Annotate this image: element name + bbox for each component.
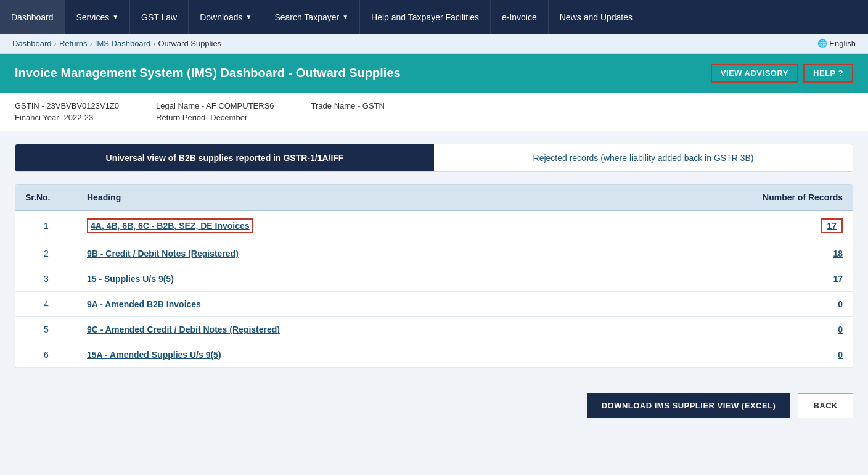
- chevron-down-icon: ▼: [342, 14, 348, 20]
- cell-records: 18: [729, 241, 853, 266]
- heading-link[interactable]: 4A, 4B, 6B, 6C - B2B, SEZ, DE Invoices: [87, 218, 253, 233]
- cell-records: 17: [729, 266, 853, 292]
- page-header: Invoice Management System (IMS) Dashboar…: [0, 54, 868, 93]
- cell-heading: 15A - Amended Supplies U/s 9(5): [77, 342, 729, 368]
- breadcrumb-returns[interactable]: Returns: [59, 39, 88, 48]
- cell-heading: 9A - Amended B2B Invoices: [77, 292, 729, 317]
- records-link[interactable]: 0: [838, 350, 843, 360]
- table-container: Sr.No. Heading Number of Records 14A, 4B…: [15, 184, 853, 368]
- nav-downloads[interactable]: Downloads ▼: [189, 0, 263, 34]
- table-header-row: Sr.No. Heading Number of Records: [15, 185, 853, 210]
- cell-records: 0: [729, 292, 853, 317]
- cell-srno: 6: [15, 342, 77, 368]
- breadcrumb-ims[interactable]: IMS Dashboard: [95, 39, 150, 48]
- return-period-label: Return Period -December: [156, 113, 274, 122]
- navbar: Dashboard Services ▼ GST Law Downloads ▼…: [0, 0, 868, 34]
- help-button[interactable]: HELP ?: [803, 64, 853, 83]
- header-buttons: VIEW ADVISORY HELP ?: [711, 64, 853, 83]
- records-link[interactable]: 17: [821, 218, 843, 233]
- col-heading: Heading: [77, 185, 729, 210]
- cell-heading: 4A, 4B, 6B, 6C - B2B, SEZ, DE Invoices: [77, 210, 729, 241]
- info-row: GSTIN - 23VBVBV0123V1Z0 Financi Year -20…: [0, 93, 868, 131]
- financial-year-label: Financi Year -2022-23: [15, 113, 119, 122]
- table-row: 29B - Credit / Debit Notes (Registered)1…: [15, 241, 853, 266]
- table-row: 615A - Amended Supplies U/s 9(5)0: [15, 342, 853, 368]
- info-gstin-block: GSTIN - 23VBVBV0123V1Z0 Financi Year -20…: [15, 101, 119, 122]
- heading-link[interactable]: 15A - Amended Supplies U/s 9(5): [87, 350, 221, 360]
- breadcrumb-sep-2: ›: [89, 39, 92, 48]
- back-button[interactable]: BACK: [798, 393, 853, 418]
- table-row: 59C - Amended Credit / Debit Notes (Regi…: [15, 317, 853, 342]
- table-row: 315 - Supplies U/s 9(5)17: [15, 266, 853, 292]
- legal-name-label: Legal Name - AF COMPUTERS6: [156, 101, 274, 110]
- breadcrumb-dashboard[interactable]: Dashboard: [12, 39, 52, 48]
- breadcrumb: Dashboard › Returns › IMS Dashboard › Ou…: [12, 39, 221, 48]
- view-advisory-button[interactable]: VIEW ADVISORY: [711, 64, 798, 83]
- cell-srno: 3: [15, 266, 77, 292]
- nav-help[interactable]: Help and Taxpayer Facilities: [360, 0, 491, 34]
- nav-news[interactable]: News and Updates: [549, 0, 644, 34]
- gstin-label: GSTIN - 23VBVBV0123V1Z0: [15, 101, 119, 110]
- cell-heading: 9C - Amended Credit / Debit Notes (Regis…: [77, 317, 729, 342]
- cell-srno: 4: [15, 292, 77, 317]
- heading-link[interactable]: 9B - Credit / Debit Notes (Registered): [87, 249, 239, 258]
- tab-universal[interactable]: Universal view of B2B supplies reported …: [15, 144, 434, 171]
- cell-records: 0: [729, 317, 853, 342]
- records-table: Sr.No. Heading Number of Records 14A, 4B…: [15, 185, 853, 368]
- table-row: 49A - Amended B2B Invoices0: [15, 292, 853, 317]
- nav-dashboard[interactable]: Dashboard: [0, 0, 65, 34]
- heading-link[interactable]: 9A - Amended B2B Invoices: [87, 299, 201, 309]
- nav-services[interactable]: Services ▼: [65, 0, 131, 34]
- records-link[interactable]: 0: [838, 324, 843, 334]
- cell-records: 17: [729, 210, 853, 241]
- nav-search-taxpayer[interactable]: Search Taxpayer ▼: [263, 0, 360, 34]
- table-row: 14A, 4B, 6B, 6C - B2B, SEZ, DE Invoices1…: [15, 210, 853, 241]
- page-title: Invoice Management System (IMS) Dashboar…: [15, 66, 401, 80]
- nav-gst-law[interactable]: GST Law: [130, 0, 189, 34]
- trade-name-label: Trade Name - GSTN: [311, 101, 385, 110]
- heading-link[interactable]: 15 - Supplies U/s 9(5): [87, 274, 174, 284]
- language-selector[interactable]: 🌐 English: [817, 39, 856, 48]
- info-legal-block: Legal Name - AF COMPUTERS6 Return Period…: [156, 101, 274, 122]
- chevron-down-icon: ▼: [112, 14, 118, 20]
- download-excel-button[interactable]: DOWNLOAD IMS SUPPLIER VIEW (EXCEL): [587, 393, 791, 418]
- chevron-down-icon: ▼: [245, 14, 252, 20]
- breadcrumb-current: Outward Supplies: [158, 39, 222, 48]
- cell-srno: 1: [15, 210, 77, 241]
- cell-srno: 2: [15, 241, 77, 266]
- records-link[interactable]: 18: [833, 249, 843, 258]
- bottom-bar: DOWNLOAD IMS SUPPLIER VIEW (EXCEL) BACK: [0, 381, 868, 431]
- records-link[interactable]: 17: [833, 274, 843, 284]
- nav-e-invoice[interactable]: e-Invoice: [491, 0, 549, 34]
- records-link[interactable]: 0: [838, 299, 843, 309]
- tab-rejected[interactable]: Rejected records (where liability added …: [434, 144, 853, 171]
- tabs-container: Universal view of B2B supplies reported …: [15, 144, 853, 172]
- breadcrumb-bar: Dashboard › Returns › IMS Dashboard › Ou…: [0, 34, 868, 54]
- info-trade-block: Trade Name - GSTN: [311, 101, 385, 122]
- heading-link[interactable]: 9C - Amended Credit / Debit Notes (Regis…: [87, 324, 280, 334]
- cell-heading: 9B - Credit / Debit Notes (Registered): [77, 241, 729, 266]
- cell-srno: 5: [15, 317, 77, 342]
- breadcrumb-sep-3: ›: [153, 39, 155, 48]
- col-records: Number of Records: [729, 185, 853, 210]
- cell-records: 0: [729, 342, 853, 368]
- cell-heading: 15 - Supplies U/s 9(5): [77, 266, 729, 292]
- col-srno: Sr.No.: [15, 185, 77, 210]
- breadcrumb-sep-1: ›: [54, 39, 57, 48]
